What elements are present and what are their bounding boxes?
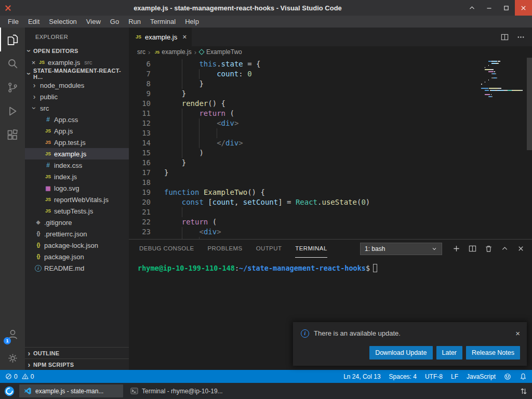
panel-tab-terminal[interactable]: TERMINAL xyxy=(295,240,327,258)
code-line-14[interactable]: 14 </div> xyxy=(129,138,532,148)
problems-status[interactable]: 0 0 xyxy=(5,373,34,380)
close-button[interactable] xyxy=(515,0,532,16)
tree-item-label: index.css xyxy=(54,162,82,169)
notification-close-icon[interactable]: × xyxy=(510,329,520,338)
code-line-13[interactable]: 13 xyxy=(129,128,532,138)
editor-scrollbar[interactable] xyxy=(527,58,532,239)
close-editor-icon[interactable]: × xyxy=(30,59,37,66)
tree-folder-public[interactable]: ›public xyxy=(25,91,129,102)
tree-file-README.md[interactable]: README.md xyxy=(25,262,129,274)
window-up-button[interactable] xyxy=(463,0,481,16)
code-line-21[interactable]: 21 xyxy=(129,207,532,217)
settings-gear-icon[interactable] xyxy=(0,346,25,370)
code-line-7[interactable]: 7 count: 0 xyxy=(129,69,532,79)
taskbar-window-terminal[interactable]: Terminal - rhyme@ip-10-19... xyxy=(126,384,230,397)
breadcrumb-example-js[interactable]: example.js xyxy=(153,48,191,56)
close-panel-icon[interactable] xyxy=(517,245,525,252)
language-mode[interactable]: JavaScript xyxy=(467,373,496,380)
tree-file-reportWebVitals.js[interactable]: reportWebVitals.js xyxy=(25,194,129,205)
code-line-16[interactable]: 16 } xyxy=(129,158,532,168)
tree-folder-node_modules[interactable]: ›node_modules xyxy=(25,79,129,91)
app-launcher-icon[interactable] xyxy=(2,384,17,398)
tree-file-App.js[interactable]: App.js xyxy=(25,125,129,137)
panel-tab-problems[interactable]: PROBLEMS xyxy=(208,240,243,258)
menu-item-terminal[interactable]: Terminal xyxy=(145,18,180,25)
code-line-10[interactable]: 10 render() { xyxy=(129,99,532,109)
outline-section-header[interactable]: › OUTLINE xyxy=(25,347,129,358)
run-debug-icon[interactable] xyxy=(0,99,25,123)
scrollbar-thumb[interactable] xyxy=(527,58,532,150)
tree-file-App.css[interactable]: App.css xyxy=(25,114,129,125)
explorer-icon[interactable] xyxy=(0,28,25,51)
code-line-20[interactable]: 20 const [count, setCount] = React.useSt… xyxy=(129,197,532,207)
tree-folder-src[interactable]: ›src xyxy=(25,102,129,114)
minimap[interactable] xyxy=(481,61,525,100)
new-terminal-icon[interactable] xyxy=(453,245,460,252)
more-actions-icon[interactable] xyxy=(517,33,525,41)
menu-item-file[interactable]: File xyxy=(3,18,23,25)
tree-file-setupTests.js[interactable]: setupTests.js xyxy=(25,205,129,217)
code-line-18[interactable]: 18 xyxy=(129,178,532,188)
tree-file-package.json[interactable]: package.json xyxy=(25,251,129,262)
kill-terminal-icon[interactable] xyxy=(485,245,493,252)
feedback-smiley-icon[interactable] xyxy=(504,373,511,380)
taskbar-window-vscode[interactable]: example.js - state-man... xyxy=(19,384,123,397)
split-editor-icon[interactable] xyxy=(501,33,509,41)
tree-file-.gitignore[interactable]: .gitignore xyxy=(25,217,129,228)
download-update-button[interactable]: Download Update xyxy=(369,346,432,360)
indentation-status[interactable]: Spaces: 4 xyxy=(389,373,417,380)
code-line-9[interactable]: 9 } xyxy=(129,89,532,99)
code-line-17[interactable]: 17} xyxy=(129,168,532,178)
panel-tab-debug-console[interactable]: DEBUG CONSOLE xyxy=(139,240,194,258)
code-line-23[interactable]: 23 <div> xyxy=(129,227,532,237)
code-line-22[interactable]: 22 return ( xyxy=(129,217,532,227)
accounts-icon[interactable]: 1 xyxy=(0,322,25,346)
menu-item-help[interactable]: Help xyxy=(180,18,204,25)
open-editor-item[interactable]: × example.js src xyxy=(25,57,129,68)
code-editor[interactable]: 6 this.state = {7 count: 08 }9 }10 rende… xyxy=(129,58,532,239)
minimize-button[interactable] xyxy=(481,0,498,16)
maximize-button[interactable] xyxy=(498,0,515,16)
menu-item-view[interactable]: View xyxy=(82,18,105,25)
tab-example-js[interactable]: example.js × xyxy=(129,28,192,46)
menu-item-edit[interactable]: Edit xyxy=(23,18,44,25)
menu-item-selection[interactable]: Selection xyxy=(44,18,81,25)
cursor-position[interactable]: Ln 24, Col 13 xyxy=(343,373,380,380)
menu-item-go[interactable]: Go xyxy=(105,18,124,25)
code-line-11[interactable]: 11 return ( xyxy=(129,109,532,118)
arrows-updown-icon[interactable] xyxy=(520,387,528,395)
eol-status[interactable]: LF xyxy=(451,373,458,380)
code-line-8[interactable]: 8 } xyxy=(129,79,532,89)
tree-file-App.test.js[interactable]: App.test.js xyxy=(25,137,129,148)
split-terminal-icon[interactable] xyxy=(469,245,476,252)
tree-file-package-lock.json[interactable]: package-lock.json xyxy=(25,240,129,251)
breadcrumb-src[interactable]: src xyxy=(137,48,145,56)
tree-file-logo.svg[interactable]: logo.svg xyxy=(25,182,129,194)
tree-file-index.js[interactable]: index.js xyxy=(25,171,129,182)
code-line-19[interactable]: 19function ExampleTwo() { xyxy=(129,188,532,197)
later-button[interactable]: Later xyxy=(436,346,463,360)
terminal-shell-select[interactable]: 1: bash xyxy=(360,243,442,255)
notifications-bell-icon[interactable] xyxy=(520,373,527,380)
menu-item-run[interactable]: Run xyxy=(124,18,145,25)
panel-tab-output[interactable]: OUTPUT xyxy=(256,240,282,258)
maximize-panel-icon[interactable] xyxy=(501,245,509,252)
tab-close-icon[interactable]: × xyxy=(182,33,187,41)
encoding-status[interactable]: UTF-8 xyxy=(425,373,443,380)
breadcrumb-exampletwo[interactable]: ExampleTwo xyxy=(199,48,242,56)
source-control-icon[interactable] xyxy=(0,75,25,99)
tree-item-label: public xyxy=(40,93,58,101)
tree-file-example.js[interactable]: example.js xyxy=(25,148,129,159)
workspace-folder-header[interactable]: › STATE-MANAGEMENT-REACT-H... xyxy=(25,68,129,79)
npm-scripts-section-header[interactable]: › NPM SCRIPTS xyxy=(25,358,129,370)
tree-file-index.css[interactable]: index.css xyxy=(25,159,129,171)
code-line-6[interactable]: 6 this.state = { xyxy=(129,59,532,69)
code-line-12[interactable]: 12 <div> xyxy=(129,118,532,128)
search-icon[interactable] xyxy=(0,51,25,75)
open-editors-header[interactable]: › OPEN EDITORS xyxy=(25,45,129,57)
release-notes-button[interactable]: Release Notes xyxy=(466,346,520,360)
tree-file-.prettierrc.json[interactable]: .prettierrc.json xyxy=(25,228,129,240)
code-line-15[interactable]: 15 ) xyxy=(129,148,532,158)
code-line-24[interactable]: 24 xyxy=(129,237,532,239)
extensions-icon[interactable] xyxy=(0,123,25,147)
